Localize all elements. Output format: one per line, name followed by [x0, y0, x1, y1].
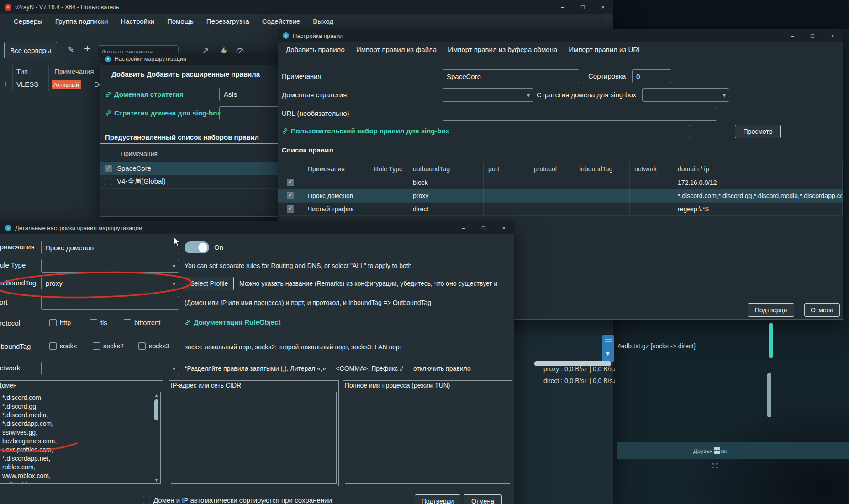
server-col-type[interactable]: Тип — [16, 68, 28, 75]
link-chain-icon — [185, 319, 191, 326]
port-input[interactable] — [41, 296, 179, 310]
preset-row-spacecore[interactable]: SpaceCore — [100, 162, 292, 175]
autosort-checkbox[interactable]: Домен и IP автоматически сортируются при… — [143, 496, 332, 504]
routing-titlebar[interactable]: v Настройки маршрутизации — [100, 53, 291, 65]
col-network[interactable]: network — [630, 162, 673, 176]
menu-assist[interactable]: Содействие — [262, 17, 300, 25]
minimize-button[interactable]: – — [454, 221, 474, 234]
domain-scrollbar[interactable]: ▲ ▼ — [153, 392, 160, 483]
rule-enabled-checkbox[interactable] — [287, 192, 294, 200]
domain-strategy-select[interactable] — [443, 88, 533, 102]
detail-cancel-button[interactable]: Отмена — [464, 494, 502, 504]
protocol-tls-checkbox[interactable]: tls — [90, 319, 107, 326]
remarks-input[interactable] — [443, 69, 579, 83]
select-profile-button[interactable]: Select Profile — [185, 277, 234, 290]
inbound-socks-checkbox[interactable]: socks — [49, 342, 77, 350]
edit-pencil-icon[interactable]: ✎ — [68, 45, 74, 54]
ruleobject-doc-link[interactable]: Документация RuleObject — [185, 318, 280, 326]
detail-confirm-button[interactable]: Подтверди — [415, 494, 460, 504]
menu-help[interactable]: Помощь — [167, 17, 194, 25]
link-chain-icon — [282, 128, 288, 134]
rule-type-select[interactable] — [41, 259, 179, 273]
rule-row-proxy-domains[interactable]: Прокс доменов proxy *.discord.com,*.disc… — [278, 189, 843, 203]
inbound-socks2-checkbox[interactable]: socks2 — [93, 342, 124, 350]
rules-titlebar[interactable]: v Настройка правил — [278, 29, 843, 42]
maximize-button[interactable]: □ — [474, 221, 494, 234]
menu-servers[interactable]: Серверы — [14, 17, 42, 25]
mouse-cursor — [173, 237, 182, 247]
rules-window-icon: v — [283, 32, 289, 39]
menu-restart[interactable]: Перезагрузка — [206, 17, 249, 25]
checkbox-label: socks3 — [149, 342, 169, 350]
overflow-menu-icon[interactable]: ⋮ — [602, 16, 610, 26]
add-server-icon[interactable]: + — [84, 42, 90, 55]
minimize-button[interactable]: – — [553, 0, 573, 14]
detail-titlebar[interactable]: v Детальные настройки правил маршрутизац… — [0, 221, 514, 234]
col-outbound-tag[interactable]: outboundTag — [408, 162, 484, 176]
tab-add[interactable]: Добавить — [111, 70, 145, 78]
menu-subscription-group[interactable]: Группа подписки — [55, 17, 108, 25]
col-domain-ip[interactable]: domain / ip — [673, 162, 843, 176]
rule-row-block[interactable]: block 172.16.0.0/12 — [278, 176, 843, 189]
scroll-down-icon[interactable]: ▼ — [153, 478, 160, 483]
menu-import-file[interactable]: Импорт правил из файла — [356, 46, 437, 53]
menu-import-url[interactable]: Импорт правил из URL — [569, 46, 642, 53]
preset-row-v4global[interactable]: V4-全局(Global) — [100, 175, 292, 189]
scrollbar-thumb[interactable] — [154, 399, 158, 420]
rule-enabled-checkbox[interactable] — [287, 205, 294, 213]
toggle-state-label: On — [214, 243, 223, 251]
rule-detail-window: v Детальные настройки правил маршрутизац… — [0, 221, 514, 504]
menu-import-clipboard[interactable]: Импорт правил из буфера обмена — [448, 46, 557, 53]
remarks-input[interactable] — [41, 241, 179, 254]
protocol-bittorrent-checkbox[interactable]: bittorrent — [124, 319, 160, 326]
menu-exit[interactable]: Выход — [313, 17, 333, 25]
custom-ruleset-link[interactable]: Пользовательский набор правил для sing-b… — [282, 127, 449, 135]
protocol-http-checkbox[interactable]: http — [49, 319, 71, 326]
maximize-button[interactable]: □ — [802, 29, 823, 42]
preset-col-header[interactable]: Примечания — [100, 148, 292, 161]
rule-row-clean-traffic[interactable]: Чистый трафик direct regexp:\.*$ — [278, 203, 843, 216]
all-servers-button[interactable]: Все серверы — [4, 42, 57, 58]
network-select[interactable] — [41, 362, 179, 375]
rule-enabled-toggle[interactable] — [185, 242, 209, 253]
rules-confirm-button[interactable]: Подтверди — [748, 303, 794, 317]
domain-strategy-link[interactable]: Доменная стратегия — [105, 90, 184, 98]
tab-add-advanced[interactable]: Добавить расширенные правила — [147, 70, 260, 78]
close-button[interactable]: × — [593, 0, 613, 14]
rule-enabled-checkbox[interactable] — [287, 179, 294, 186]
menu-settings[interactable]: Настройки — [121, 17, 154, 25]
server-row-type: VLESS — [16, 80, 38, 88]
preview-button[interactable]: Просмотр — [735, 125, 781, 138]
singbox-strategy-select[interactable] — [642, 88, 729, 102]
preset-checkbox-unchecked[interactable] — [105, 178, 112, 185]
inbound-socks3-checkbox[interactable]: socks3 — [138, 342, 169, 350]
ip-textarea[interactable] — [171, 392, 337, 484]
checkbox-label: socks2 — [103, 342, 124, 350]
minimize-button[interactable]: – — [782, 29, 802, 42]
network-hint: *Разделяйте правила запятыми (,). Литера… — [185, 365, 471, 372]
custom-ruleset-input[interactable] — [443, 125, 690, 138]
server-col-remarks[interactable]: Примечания — [54, 68, 94, 75]
close-button[interactable]: × — [823, 29, 843, 42]
col-protocol[interactable]: protocol — [529, 162, 575, 176]
teal-scrollbar[interactable] — [769, 323, 773, 358]
main-titlebar[interactable]: v v2rayN - V7.16.4 - X64 - Пользователь — [0, 0, 613, 14]
preset-checkbox-checked[interactable] — [105, 165, 112, 172]
sort-input[interactable] — [632, 69, 671, 83]
menu-add-rule[interactable]: Добавить правило — [286, 46, 345, 53]
autosort-label: Домен и IP автоматически сортируются при… — [153, 496, 332, 504]
col-remarks[interactable]: Примечания — [303, 162, 369, 176]
maximize-button[interactable]: □ — [573, 0, 593, 14]
rules-cancel-button[interactable]: Отмена — [804, 303, 840, 317]
col-rule-type[interactable]: Rule Type — [369, 162, 408, 176]
url-input[interactable] — [443, 107, 717, 121]
outbound-tag-select[interactable]: proxy — [41, 277, 179, 290]
close-button[interactable]: × — [494, 221, 514, 234]
col-port[interactable]: port — [484, 162, 529, 176]
col-inbound-tag[interactable]: inboundTag — [575, 162, 630, 176]
domain-textarea[interactable]: *.discord.com, *.discord.gg, *.discord.m… — [0, 392, 161, 484]
scroll-up-icon[interactable]: ▲ — [153, 393, 160, 398]
preset-col-remarks: Примечания — [121, 150, 158, 158]
singbox-strategy-link[interactable]: Стратегия домена для sing-box — [105, 109, 221, 117]
process-textarea[interactable] — [345, 392, 510, 484]
